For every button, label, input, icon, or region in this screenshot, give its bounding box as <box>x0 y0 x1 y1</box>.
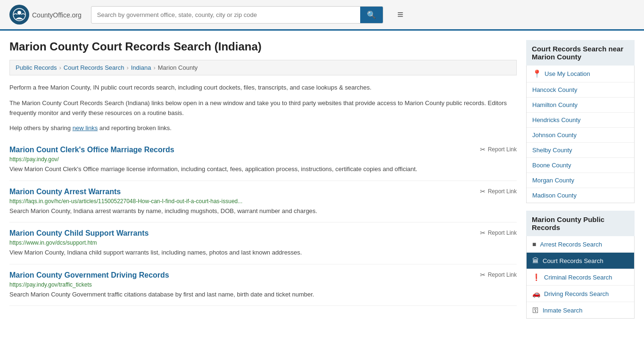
public-records-section: Marion County Public Records ■Arrest Rec… <box>526 211 635 319</box>
desc3-prefix: Help others by sharing <box>9 124 73 132</box>
nearby-county-item[interactable]: Shelby County <box>527 143 634 158</box>
description-1: Perform a free Marion County, IN public … <box>9 83 517 93</box>
logo-icon <box>9 5 29 25</box>
search-bar: 🔍 <box>91 6 383 24</box>
report-icon: ✂ <box>480 188 486 195</box>
public-record-link[interactable]: Criminal Records Search <box>544 274 612 281</box>
nearby-county-link[interactable]: Hamilton County <box>532 101 578 108</box>
public-record-item[interactable]: 🏛Court Records Search <box>527 253 634 269</box>
nearby-county-link[interactable]: Morgan County <box>532 177 574 184</box>
record-title[interactable]: Marion County Government Driving Records <box>9 271 169 280</box>
record-item: Marion County Child Support Warrants ✂ R… <box>9 222 517 264</box>
nearby-county-item[interactable]: Hancock County <box>527 82 634 98</box>
right-sidebar: Court Records Search near Marion County … <box>526 40 635 326</box>
search-button[interactable]: 🔍 <box>360 7 383 23</box>
public-record-item[interactable]: ❗Criminal Records Search <box>527 269 634 286</box>
report-icon: ✂ <box>480 146 486 153</box>
public-record-link[interactable]: Driving Records Search <box>544 290 609 297</box>
public-record-icon: 🏛 <box>532 257 539 264</box>
nearby-county-item[interactable]: Morgan County <box>527 173 634 188</box>
description-2: The Marion County Court Records Search (… <box>9 99 517 118</box>
public-records-title: Marion County Public Records <box>526 211 635 236</box>
nearby-county-item[interactable]: Hamilton County <box>527 98 634 113</box>
breadcrumb-public-records[interactable]: Public Records <box>16 64 57 71</box>
search-input[interactable] <box>91 8 360 22</box>
hamburger-icon[interactable]: ≡ <box>397 8 404 21</box>
svg-point-1 <box>17 11 21 15</box>
record-header: Marion County Government Driving Records… <box>9 271 517 280</box>
location-icon: 📍 <box>532 69 542 78</box>
nearby-county-item[interactable]: Boone County <box>527 158 634 173</box>
public-record-icon: ■ <box>532 240 536 248</box>
description-3: Help others by sharing new links and rep… <box>9 123 517 133</box>
logo-suffix: .org <box>70 11 82 19</box>
breadcrumb-current: Marion County <box>158 64 198 71</box>
use-my-location[interactable]: 📍 Use My Location <box>527 66 634 82</box>
nearby-county-item[interactable]: Madison County <box>527 188 634 203</box>
records-list: Marion Count Clerk's Office Marriage Rec… <box>9 139 517 306</box>
record-desc: Search Marion County, Indiana arrest war… <box>9 206 517 216</box>
record-item: Marion Count Clerk's Office Marriage Rec… <box>9 139 517 181</box>
report-link[interactable]: ✂ Report Link <box>480 146 517 153</box>
record-header: Marion County Arrest Warrants ✂ Report L… <box>9 188 517 196</box>
record-title[interactable]: Marion County Arrest Warrants <box>9 188 121 196</box>
record-item: Marion County Arrest Warrants ✂ Report L… <box>9 181 517 223</box>
nearby-county-link[interactable]: Madison County <box>532 192 577 199</box>
public-record-item[interactable]: 🚗Driving Records Search <box>527 286 634 302</box>
public-record-item[interactable]: ⚿Inmate Search <box>527 302 634 318</box>
breadcrumb-court-records[interactable]: Court Records Search <box>64 64 124 71</box>
report-label: Report Link <box>488 188 517 195</box>
left-panel: Marion County Court Records Search (Indi… <box>9 40 517 326</box>
record-title[interactable]: Marion County Child Support Warrants <box>9 229 149 238</box>
report-label: Report Link <box>488 272 517 278</box>
record-url: https://faqs.in.gov/hc/en-us/articles/11… <box>9 198 517 205</box>
nearby-county-link[interactable]: Shelby County <box>532 147 572 154</box>
breadcrumb-sep-1: › <box>59 64 61 71</box>
breadcrumb-sep-2: › <box>126 64 128 71</box>
breadcrumb-indiana[interactable]: Indiana <box>131 64 151 71</box>
public-record-label: Court Records Search <box>543 257 603 264</box>
logo-area[interactable]: CountyOffice.org <box>9 5 82 25</box>
report-icon: ✂ <box>480 229 486 237</box>
public-record-icon: ❗ <box>532 273 540 281</box>
nearby-county-item[interactable]: Hendricks County <box>527 113 634 128</box>
nearby-section: Court Records Search near Marion County … <box>526 40 635 203</box>
nearby-county-link[interactable]: Hancock County <box>532 86 577 93</box>
nearby-county-link[interactable]: Boone County <box>532 162 571 169</box>
public-record-icon: ⚿ <box>532 306 539 314</box>
public-records-list: ■Arrest Records Search🏛Court Records Sea… <box>526 236 635 319</box>
record-url: https://www.in.gov/dcs/support.htm <box>9 239 517 246</box>
public-record-icon: 🚗 <box>532 290 540 297</box>
nearby-county-item[interactable]: Johnson County <box>527 128 634 143</box>
public-record-link[interactable]: Arrest Records Search <box>540 241 602 248</box>
page-title: Marion County Court Records Search (Indi… <box>9 40 517 53</box>
desc3-suffix: and reporting broken links. <box>98 124 172 132</box>
report-link[interactable]: ✂ Report Link <box>480 188 517 195</box>
nearby-title: Court Records Search near Marion County <box>526 40 635 66</box>
header: CountyOffice.org 🔍 ≡ <box>0 0 644 31</box>
report-icon: ✂ <box>480 271 486 279</box>
nearby-county-link[interactable]: Hendricks County <box>532 116 581 123</box>
use-my-location-link[interactable]: Use My Location <box>545 70 590 77</box>
record-desc: Search Marion County Government traffic … <box>9 290 517 299</box>
record-desc: View Marion Count Clerk's Office marriag… <box>9 165 517 174</box>
record-header: Marion County Child Support Warrants ✂ R… <box>9 229 517 238</box>
report-link[interactable]: ✂ Report Link <box>480 271 517 279</box>
breadcrumb: Public Records › Court Records Search › … <box>9 60 517 75</box>
report-link[interactable]: ✂ Report Link <box>480 229 517 237</box>
public-record-item[interactable]: ■Arrest Records Search <box>527 236 634 253</box>
record-title[interactable]: Marion Count Clerk's Office Marriage Rec… <box>9 146 174 154</box>
nearby-counties-list: Hancock CountyHamilton CountyHendricks C… <box>527 82 634 203</box>
record-desc: View Marion County, Indiana child suppor… <box>9 248 517 257</box>
report-label: Report Link <box>488 146 517 153</box>
record-item: Marion County Government Driving Records… <box>9 264 517 306</box>
main-content: Marion County Court Records Search (Indi… <box>0 31 644 336</box>
public-record-link[interactable]: Inmate Search <box>543 307 583 314</box>
nearby-county-link[interactable]: Johnson County <box>532 132 577 139</box>
logo-name: CountyOffice.org <box>32 10 82 20</box>
new-links-link[interactable]: new links <box>73 124 98 132</box>
record-header: Marion Count Clerk's Office Marriage Rec… <box>9 146 517 154</box>
breadcrumb-sep-3: › <box>153 64 155 71</box>
record-url: https://pay.indy.gov/traffic_tickets <box>9 281 517 288</box>
record-url: https://pay.indy.gov/ <box>9 156 517 163</box>
